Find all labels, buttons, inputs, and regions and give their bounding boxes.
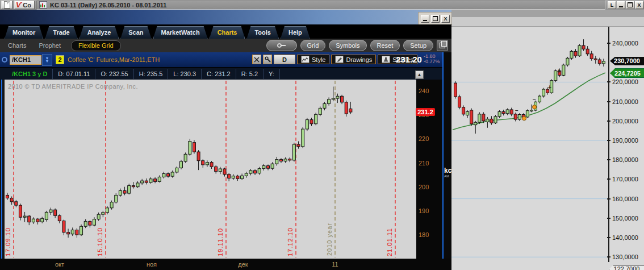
- taskbar-active-window-button[interactable]: KC 03-11 (Daily) 26.05.2010 - 08.01.2011: [36, 1, 605, 10]
- price-change: -1.80 -0.77%: [424, 54, 440, 64]
- symbol-dropdown-button[interactable]: ▼ ▼: [42, 54, 52, 66]
- tab-help[interactable]: Help: [281, 26, 310, 39]
- style-button[interactable]: Style: [297, 55, 329, 64]
- detach-panel-button[interactable]: [437, 40, 448, 51]
- document-icon: [4, 1, 10, 9]
- close-icon: X: [444, 16, 447, 22]
- data-line-field-2: H: 235.5: [134, 69, 169, 79]
- symbol-description: Coffee 'C' Futures,Mar-2011,ETH: [68, 56, 160, 63]
- main-axis-label-240: 240: [419, 88, 429, 94]
- setup-button[interactable]: Setup: [403, 40, 433, 51]
- close-icon: X: [637, 2, 641, 8]
- reset-button[interactable]: Reset: [370, 40, 400, 51]
- maximize-icon: [433, 16, 438, 21]
- main-chart-canvas[interactable]: [5, 80, 416, 259]
- svg-text:−: −: [533, 96, 536, 102]
- minimize-icon: [423, 20, 427, 21]
- tos-minimize-button[interactable]: [421, 15, 429, 23]
- tab-charts[interactable]: Charts: [210, 26, 245, 39]
- main-chart-plot[interactable]: 2010 © TD AMERITRADE IP Company, Inc. 17…: [5, 80, 416, 259]
- tos-maximize-button[interactable]: [431, 15, 440, 23]
- month-label-ноя: ноя: [147, 261, 157, 268]
- red-v-logo-icon: Ѵ: [16, 1, 22, 9]
- tos-close-button[interactable]: X: [441, 15, 450, 23]
- tos-titlebar[interactable]: [0, 10, 451, 24]
- grid-button[interactable]: Grid: [300, 40, 326, 51]
- layers-icon: [440, 43, 445, 48]
- tab-analyze[interactable]: Analyze: [80, 26, 119, 39]
- data-line-field-0: D: 07.01.11: [53, 69, 95, 79]
- view-flexible-grid[interactable]: Flexible Grid: [71, 40, 121, 51]
- wrench-tool-button[interactable]: [266, 40, 297, 51]
- chevron-down-icon: ▼: [45, 60, 49, 63]
- symbol-input[interactable]: [10, 55, 41, 65]
- main-axis-label-210: 210: [419, 160, 429, 167]
- right-axis-tick: [607, 121, 610, 122]
- outer-close-button[interactable]: X: [635, 1, 643, 9]
- crossed-arrows-icon: [254, 57, 260, 63]
- data-line-field-6: Y:: [264, 69, 280, 79]
- main-axis-label-200: 200: [419, 184, 429, 190]
- collapse-panel-button[interactable]: ▲: [415, 70, 424, 79]
- month-label-11: 11: [332, 261, 338, 268]
- tos-window-controls: X: [418, 12, 452, 25]
- pencil-icon: [335, 56, 344, 63]
- right-axis-label-180: 180,0000: [612, 156, 638, 163]
- month-label-окт: окт: [55, 261, 64, 268]
- main-axis-label-180: 180: [419, 231, 429, 238]
- right-axis-label-170: 170,0000: [612, 176, 638, 182]
- taskbar-document-button[interactable]: [1, 1, 12, 9]
- cursor-tool-button[interactable]: [252, 55, 261, 64]
- data-line-field-4: C: 231.2: [202, 69, 236, 79]
- outer-l-button[interactable]: L: [608, 1, 616, 9]
- tab-scan[interactable]: Scan: [120, 26, 151, 39]
- tos-right-frame: kc AM: [444, 52, 451, 259]
- right-price-axis[interactable]: [608, 27, 609, 262]
- right-axis-label-140: 140,0000: [612, 234, 638, 241]
- wrench-icon: [265, 56, 271, 63]
- right-axis-label-130: 130,0000: [612, 254, 638, 260]
- tab-monitor[interactable]: Monitor: [5, 26, 43, 39]
- right-indicator-badge: 224,7205: [610, 68, 644, 78]
- view-prophet[interactable]: Prophet: [39, 42, 61, 49]
- settings-tool-button[interactable]: [263, 55, 272, 64]
- outer-maximize-button[interactable]: [626, 1, 634, 9]
- last-price: 231.20: [396, 55, 422, 64]
- vline-label-210111: 21.01.11: [386, 219, 393, 256]
- drawings-button[interactable]: Drawings: [331, 55, 376, 64]
- right-axis-label-220: 220,0000: [612, 78, 638, 85]
- timeframe-button[interactable]: D: [274, 55, 295, 64]
- data-line-field-1: O: 232.55: [95, 69, 133, 79]
- right-chart-canvas[interactable]: −−++: [451, 27, 609, 262]
- right-axis-tick: [607, 237, 610, 238]
- symbols-button[interactable]: Symbols: [329, 40, 366, 51]
- time-axis-strip[interactable]: октноядек11: [0, 259, 451, 270]
- link-number-badge[interactable]: 2: [56, 55, 64, 64]
- tab-tools[interactable]: Tools: [246, 26, 279, 39]
- last-price-axis-badge: 231.2: [416, 108, 435, 116]
- right-axis-label-210: 210,0000: [612, 98, 638, 105]
- tab-trade[interactable]: Trade: [45, 26, 77, 39]
- vline-label-171210: 17.12.10: [287, 219, 294, 256]
- right-window-titlebar: [451, 10, 644, 17]
- outer-minimize-button[interactable]: [617, 1, 625, 9]
- svg-text:+: +: [548, 84, 551, 90]
- month-label-дек: дек: [238, 261, 248, 268]
- flask-icon: [382, 56, 390, 63]
- line-chart-icon: [301, 56, 310, 63]
- tab-marketwatch[interactable]: MarketWatch: [153, 26, 208, 39]
- right-axis-label-190: 190,0000: [612, 137, 638, 144]
- vline-label-2010year: 2010 year: [326, 215, 333, 256]
- data-line-field-5: R: 5.2: [236, 69, 264, 79]
- hidden-symbol-subtext: AM: [444, 175, 449, 178]
- right-axis-tick: [607, 101, 610, 102]
- right-axis-tick: [607, 256, 610, 257]
- chart-window-icon: [39, 1, 47, 9]
- vline-label-191110: 19.11.10: [217, 219, 224, 256]
- right-axis-label-150: 150,0000: [612, 215, 638, 222]
- view-charts[interactable]: Charts: [8, 42, 26, 49]
- window-title: KC 03-11 (Daily) 26.05.2010 - 08.01.2011: [50, 2, 166, 9]
- right-axis-tick: [607, 159, 610, 160]
- right-axis-tick: [607, 178, 610, 180]
- taskbar-app-button[interactable]: Ѵ Co: [14, 1, 35, 9]
